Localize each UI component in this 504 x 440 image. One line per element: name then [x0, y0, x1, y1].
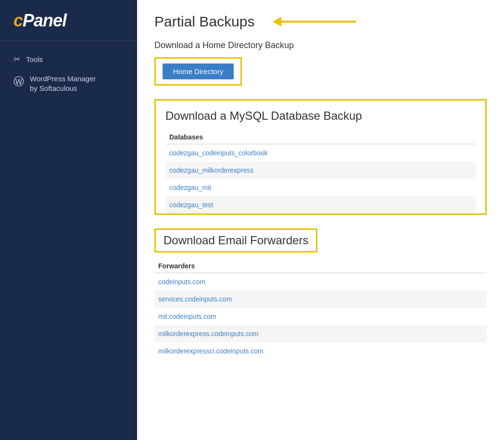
wordpress-icon: Ⓦ [13, 75, 24, 89]
database-row: codezgau_milkorderexpress [165, 162, 476, 179]
database-link-cell: codezgau_test [165, 196, 476, 214]
database-link[interactable]: codezgau_milkorderexpress [169, 166, 253, 174]
database-link[interactable]: codezgau_mit [169, 184, 211, 191]
home-directory-section: Download a Home Directory Backup Home Di… [154, 40, 487, 86]
forwarder-row: codeinputs.com [154, 273, 487, 291]
mysql-backup-section: Download a MySQL Database Backup Databas… [154, 99, 487, 215]
forwarder-link-cell: milkorderexpressci.codeinputs.com [154, 342, 487, 360]
partial-backups-header: Partial Backups [154, 13, 487, 30]
forwarder-link[interactable]: codeinputs.com [158, 278, 205, 286]
forwarder-link-cell: codeinputs.com [154, 273, 487, 291]
arrow-head-icon [273, 17, 281, 26]
sidebar-item-wp-label: WordPress Managerby Softaculous [30, 74, 96, 93]
sidebar: cPanel ✂ Tools Ⓦ WordPress Managerby Sof… [0, 0, 137, 440]
database-link[interactable]: codezgau_codeinputs_colorbook [169, 149, 268, 157]
database-link[interactable]: codezgau_test [169, 201, 213, 209]
forwarder-link[interactable]: milkorderexpressci.codeinputs.com [158, 347, 264, 355]
forwarder-link-cell: milkorderexpress.codeinputs.com [154, 325, 487, 342]
tools-icon: ✂ [13, 54, 20, 64]
database-row: codezgau_test [165, 196, 476, 214]
forwarder-link-cell: mit.codeinputs.com [154, 308, 487, 325]
databases-column-header: Databases [165, 130, 476, 144]
database-row: codezgau_mit [165, 179, 476, 196]
sidebar-item-tools-label: Tools [26, 55, 43, 63]
partial-backups-title: Partial Backups [154, 13, 254, 30]
email-forwarders-section: Download Email Forwarders Forwarders cod… [154, 228, 487, 360]
main-content: Partial Backups Download a Home Director… [137, 0, 504, 440]
home-directory-button[interactable]: Home Directory [163, 63, 234, 79]
databases-table: Databases codezgau_codeinputs_colorbookc… [165, 130, 476, 214]
database-link-cell: codezgau_mit [165, 179, 476, 196]
database-row: codezgau_codeinputs_colorbook [165, 144, 476, 162]
arrow-annotation [274, 17, 356, 26]
sidebar-logo: cPanel [0, 0, 137, 41]
forwarder-row: mit.codeinputs.com [154, 308, 487, 325]
mysql-backup-title: Download a MySQL Database Backup [165, 109, 476, 123]
database-link-cell: codezgau_milkorderexpress [165, 162, 476, 179]
home-directory-box: Home Directory [154, 57, 242, 86]
forwarder-row: milkorderexpress.codeinputs.com [154, 325, 487, 342]
cpanel-logo-c: c [13, 11, 23, 30]
sidebar-item-wordpress-manager[interactable]: Ⓦ WordPress Managerby Softaculous [0, 69, 137, 98]
sidebar-item-tools[interactable]: ✂ Tools [0, 50, 137, 69]
forwarder-link[interactable]: mit.codeinputs.com [158, 313, 216, 320]
forwarder-link-cell: services.codeinputs.com [154, 290, 487, 308]
forwarder-row: services.codeinputs.com [154, 290, 487, 308]
email-forwarders-title: Download Email Forwarders [164, 234, 308, 247]
arrow-line [281, 21, 356, 23]
forwarders-table: Forwarders codeinputs.comservices.codein… [154, 259, 487, 360]
forwarders-column-header: Forwarders [154, 259, 487, 273]
cpanel-logo-text: cPanel [13, 11, 66, 30]
home-directory-section-title: Download a Home Directory Backup [154, 40, 487, 50]
email-forwarders-title-box: Download Email Forwarders [154, 228, 317, 252]
sidebar-navigation: ✂ Tools Ⓦ WordPress Managerby Softaculou… [0, 41, 137, 106]
forwarder-link[interactable]: milkorderexpress.codeinputs.com [158, 330, 259, 338]
forwarder-link[interactable]: services.codeinputs.com [158, 295, 232, 303]
forwarder-row: milkorderexpressci.codeinputs.com [154, 342, 487, 360]
database-link-cell: codezgau_codeinputs_colorbook [165, 144, 476, 162]
